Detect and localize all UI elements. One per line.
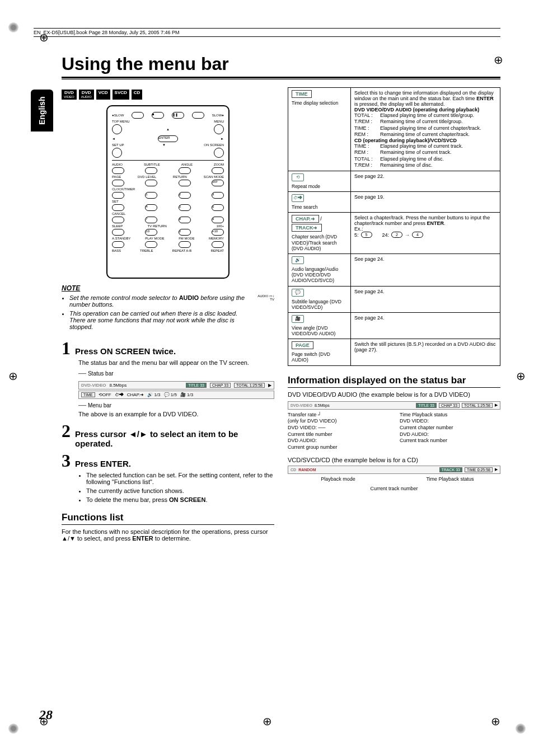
- step-heading: Press cursor ◄/► to select an item to be…: [75, 426, 274, 448]
- subtitle-icon: 💬: [292, 289, 304, 297]
- info-status-bar-cd: CD RANDOM TRACK 33 TIME 0:25:58 ▶: [288, 466, 500, 474]
- menu-bar-label: ── Menu bar: [78, 402, 274, 408]
- functions-list-heading: Functions list: [62, 512, 274, 525]
- registration-mark-icon: ⊕: [494, 53, 503, 67]
- page-number: 28: [39, 707, 53, 722]
- status-bar-example: DVD-VIDEO 8.5Mbps TITLE 33 CHAP 33 TOTAL…: [78, 381, 274, 389]
- info-status-bar-heading: Information displayed on the status bar: [288, 375, 500, 388]
- annot-right2: Time Playback status: [400, 476, 500, 483]
- remote-diagram: ●SLOW■❚❚SLOW● TOP MENUMENU ▲ ◄ENTER► SET…: [106, 105, 229, 279]
- annot-right: Time Playback status DVD VIDEO: Current …: [400, 412, 500, 451]
- registration-mark-icon: ⊕: [516, 369, 526, 383]
- step-number: 3: [62, 452, 71, 469]
- page-pill: PAGE: [292, 341, 313, 349]
- step-body: The status bar and the menu bar will app…: [78, 359, 274, 366]
- step-heading: Press ENTER.: [75, 456, 131, 468]
- note-heading: NOTE: [62, 284, 80, 292]
- audio-tv-switch-icon: AUDIO ▭↕TV: [257, 294, 274, 301]
- annot-bottom: Current track number: [288, 486, 500, 492]
- note-item: Set the remote control mode selector to …: [69, 294, 253, 308]
- page-title: Using the menu bar: [62, 54, 500, 74]
- ring-icon: [8, 724, 18, 734]
- angle-icon: 🎥: [292, 315, 304, 323]
- registration-mark-icon: ⊕: [491, 715, 500, 728]
- step-heading: Press ON SCREEN twice.: [75, 343, 176, 356]
- note-item: This operation can be carried out when t…: [69, 310, 253, 330]
- step-subitem: To delete the menu bar, press ON SCREEN.: [86, 496, 274, 503]
- repeat-icon: ⟲: [292, 173, 304, 181]
- functions-list-intro: For the functions with no special descri…: [62, 528, 274, 542]
- registration-mark-icon: ⊕: [8, 369, 18, 383]
- annot-left2: Playback mode: [288, 476, 388, 483]
- ring-icon: [8, 22, 18, 32]
- track-pill: TRACK➜: [292, 224, 322, 232]
- registration-mark-icon: ⊕: [39, 31, 49, 44]
- info-vcd-line: VCD/SVCD/CD (the example below is for a …: [288, 457, 500, 463]
- bar-caption: The above is an example for a DVD VIDEO.: [78, 411, 274, 417]
- step-number: 2: [62, 422, 71, 440]
- chap-pill: CHAP.➜: [292, 215, 319, 223]
- functions-table: TIME Time display selection Select this …: [288, 87, 500, 366]
- ring-icon: [516, 724, 526, 734]
- status-bar-label: ── Status bar: [78, 370, 274, 377]
- annot-left: Transfer rate ┘ (only for DVD VIDEO) DVD…: [288, 412, 388, 451]
- info-dvd-line: DVD VIDEO/DVD AUDIO (the example below i…: [288, 391, 500, 398]
- timesearch-icon: ⏱➜: [292, 194, 304, 202]
- audio-icon: 🔊: [292, 256, 304, 264]
- menu-bar-example: TIME ⟲OFF ⏱➜ CHAP.➜ 🔊 1/3 💬 1/5 🎥 1/3: [78, 391, 274, 399]
- step-subitem: The currently active function shows.: [86, 487, 274, 494]
- doc-header: EN_EX-D5[USUB].book Page 28 Monday, July…: [34, 28, 500, 37]
- info-status-bar-dvd: DVD-VIDEO 8.5Mbps TITLE 33 CHAP 33 TOTAL…: [288, 401, 500, 410]
- disc-type-badges: DVDVIDEO DVDAUDIO VCD SVCD CD: [62, 90, 274, 100]
- registration-mark-icon: ⊕: [263, 715, 272, 728]
- step-subitem: The selected function can be set. For th…: [86, 472, 274, 485]
- step-number: 1: [62, 339, 71, 357]
- language-tab: English: [31, 90, 53, 132]
- time-pill: TIME: [292, 90, 312, 98]
